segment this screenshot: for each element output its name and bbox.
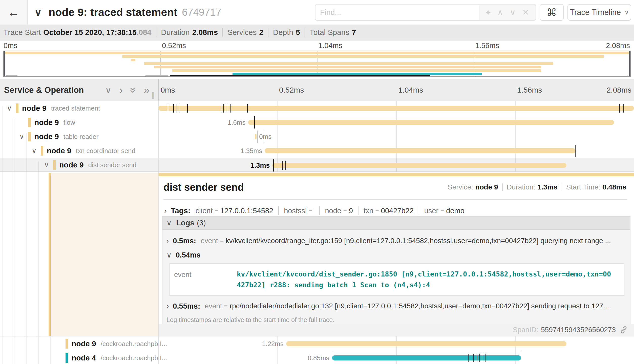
log-marker-tick — [226, 104, 226, 113]
row-collapse-icon[interactable]: ∨ — [32, 147, 41, 155]
log-key: event — [205, 302, 222, 310]
find-input[interactable] — [315, 5, 479, 20]
span-row-table-reader[interactable]: ∨node 9table reader 0ms — [0, 130, 634, 144]
page-title: node 9: traced statement 6749717 — [49, 0, 221, 25]
expand-one-icon[interactable]: › — [119, 84, 123, 96]
expand-all-icon[interactable]: » — [144, 85, 149, 95]
span-id-bar: SpanID: 5597415943526560273 — [158, 324, 634, 336]
divider — [502, 183, 503, 191]
span-row-node9-cockroach-roachpb[interactable]: ∨node 9/cockroach.roachpb.I... 1.22ms — [0, 337, 634, 351]
keyboard-shortcuts-button[interactable]: ⌘ — [540, 4, 564, 21]
meta-label: Duration: — [507, 183, 536, 191]
prev-result-icon[interactable]: ∧ — [497, 8, 503, 17]
minimap-span-row — [4, 52, 630, 54]
service-operation-header: Service & Operation — [4, 79, 84, 101]
operation-name: traced statement — [51, 104, 100, 112]
log-marker-tick — [228, 104, 228, 113]
summary-value: October 15 2020, 17:38:15.084 — [43, 28, 151, 37]
span-row-txn-coordinator-send[interactable]: ∨node 9txn coordinator send 1.35ms — [0, 144, 634, 158]
span-row-flow[interactable]: ∨node 9flow 1.6ms — [0, 115, 634, 130]
chevron-right-icon: › — [164, 206, 167, 215]
detail-left-accent-bar — [49, 173, 51, 336]
operation-name: flow — [64, 119, 75, 126]
copy-link-icon[interactable] — [619, 326, 628, 334]
span-bar[interactable] — [248, 120, 614, 125]
log-entry-expanded-header[interactable]: ∨ 0.54ms — [162, 248, 630, 262]
command-icon: ⌘ — [547, 7, 557, 18]
span-bar[interactable] — [255, 134, 257, 139]
column-resize-grip[interactable]: ∥ — [151, 91, 155, 99]
next-result-icon[interactable]: ∨ — [510, 8, 516, 17]
log-key: event — [174, 269, 237, 290]
range-scrubber-right[interactable] — [629, 51, 630, 76]
minimap-canvas[interactable] — [3, 51, 631, 77]
row-collapse-icon[interactable]: ∨ — [44, 161, 53, 169]
service-color-swatch — [66, 353, 68, 363]
span-duration-label: 1.6ms — [228, 115, 246, 130]
service-name: node 9 — [47, 146, 71, 155]
tags-row[interactable]: › Tags: client=127.0.0.1:54582 hostssl= … — [164, 204, 464, 217]
span-row-dist-sender-send[interactable]: ∨node 9dist sender send 1.3ms — [0, 158, 634, 172]
log-marker-tick — [482, 354, 482, 362]
log-marker-tick — [247, 104, 248, 113]
logs-footer-note: Log timestamps are relative to the start… — [162, 314, 630, 324]
minimap-artifact-bar — [145, 75, 168, 76]
minimap-span-row — [4, 69, 630, 72]
divider — [222, 28, 223, 37]
back-button[interactable]: ← — [0, 0, 28, 25]
span-bar[interactable] — [265, 148, 575, 153]
column-divider — [158, 79, 159, 101]
log-entry[interactable]: › 0.55ms: event = rpc/nodedialer/nodedia… — [162, 298, 630, 314]
span-id-label: SpanID: — [513, 326, 538, 334]
span-bar[interactable] — [158, 106, 634, 111]
collapse-all-icon[interactable]: » — [128, 87, 138, 93]
view-selector-button[interactable]: Trace Timeline ∨ — [567, 4, 631, 21]
find-controls: ⌖ ∧ ∨ ✕ — [479, 4, 536, 21]
chevron-down-icon: ∨ — [166, 251, 172, 259]
view-selector-label: Trace Timeline — [570, 8, 621, 17]
tag-item: hostssl= — [284, 207, 314, 215]
collapse-one-icon[interactable]: ∨ — [105, 85, 112, 95]
minimap-tick-label: 0.52ms — [162, 41, 186, 50]
range-scrubber-left[interactable] — [4, 51, 5, 76]
log-marker-tick — [521, 352, 521, 364]
summary-value: 2.08ms — [192, 28, 218, 37]
log-marker-tick — [168, 104, 168, 113]
tag-item: client=127.0.0.1:54582 — [196, 207, 273, 215]
log-marker-tick — [619, 104, 620, 113]
log-marker-tick — [273, 159, 274, 172]
row-collapse-icon[interactable]: ∨ — [7, 104, 16, 112]
logs-header[interactable]: ∨ Logs (3) — [162, 217, 630, 230]
divider — [305, 28, 305, 37]
detail-bottom-border — [0, 336, 634, 336]
log-entry[interactable]: › 0.5ms: event = kv/kvclient/kvcoord/ran… — [162, 233, 630, 248]
collapse-controls: ∨ › » » — [105, 79, 150, 101]
span-bar[interactable] — [286, 341, 566, 346]
clear-search-icon[interactable]: ✕ — [522, 8, 529, 17]
service-color-swatch — [28, 132, 31, 141]
summary-label: Total Spans — [310, 28, 349, 37]
log-marker-tick — [223, 104, 224, 113]
minimap-span-bar — [172, 69, 541, 72]
locate-icon[interactable]: ⌖ — [486, 8, 491, 17]
span-row-traced-statement[interactable]: ∨node 9traced statement — [0, 101, 634, 115]
span-bar[interactable] — [332, 355, 521, 360]
span-row-node4-cockroach-roachpb[interactable]: ∨node 4/cockroach.roachpb.I... 0.85ms — [0, 351, 634, 364]
collapse-trace-icon[interactable]: ∨ — [34, 0, 42, 25]
log-marker-tick — [485, 354, 486, 362]
meta-value: 1.3ms — [537, 183, 557, 191]
span-bar[interactable] — [272, 163, 566, 168]
ruler-tick-label: 2.08ms — [607, 79, 631, 101]
log-time: 0.55ms: — [173, 302, 200, 310]
find-input-wrap — [315, 4, 479, 21]
detail-span-title: dist sender send — [163, 182, 244, 193]
log-value: kv/kvclient/kvcoord/range_iter.go:159 [n… — [226, 237, 616, 245]
minimap-artifact-bar — [6, 75, 18, 76]
row-collapse-icon[interactable]: ∨ — [19, 133, 28, 141]
minimap-tick-label: 1.56ms — [475, 41, 499, 50]
log-marker-tick — [258, 131, 258, 143]
operation-name: dist sender send — [88, 161, 137, 169]
summary-label: Depth — [273, 28, 293, 37]
panel-divider[interactable] — [158, 101, 159, 364]
log-marker-tick — [254, 116, 255, 129]
